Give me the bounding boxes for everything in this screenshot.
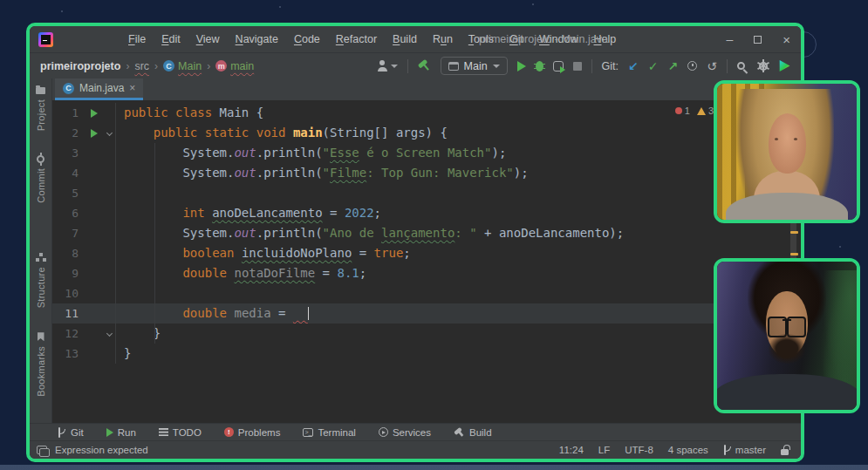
editor-column: Main.java 1public class Main {2 public s…	[52, 78, 801, 423]
inspections-widget[interactable]: 1 3	[675, 106, 714, 116]
code-line-4[interactable]: 4 System.out.println("Filme: Top Gun: Ma…	[52, 163, 801, 183]
code-line-3[interactable]: 3 System.out.println("Esse é o Screen Ma…	[52, 143, 801, 163]
menu-item-view[interactable]: View	[196, 33, 220, 45]
menu-item-build[interactable]: Build	[393, 33, 417, 45]
problems-icon	[224, 427, 234, 437]
code-line-13[interactable]: 13}	[52, 344, 801, 364]
method-icon	[215, 60, 227, 72]
menu-item-navigate[interactable]: Navigate	[236, 33, 278, 45]
run-button[interactable]	[517, 61, 526, 72]
git-commit-button[interactable]: ✓	[648, 60, 659, 72]
tool-window-build[interactable]: Build	[454, 426, 492, 438]
close-button[interactable]: ×	[783, 32, 790, 47]
menu-item-refactor[interactable]: Refactor	[336, 33, 377, 45]
error-icon	[675, 107, 682, 114]
code-area[interactable]: 1public class Main {2 public static void…	[52, 103, 801, 364]
tool-window-todo[interactable]: TODO	[159, 427, 202, 438]
tool-window-services[interactable]: Services	[379, 427, 431, 438]
status-message: Expression expected	[55, 445, 148, 455]
breadcrumb-main[interactable]: Main	[163, 60, 202, 72]
maximize-button[interactable]	[754, 36, 762, 44]
git-update-button[interactable]: ↙	[628, 60, 639, 72]
stripe-label: Structure	[36, 267, 46, 308]
run-configuration-select[interactable]: Main	[441, 57, 508, 75]
code-line-9[interactable]: 9 double notaDoFilme = 8.1;	[52, 263, 801, 283]
run-gutter-icon[interactable]	[91, 129, 98, 138]
minimize-button[interactable]: –	[726, 35, 733, 44]
code-token: public static void	[154, 126, 293, 140]
desktop-star	[279, 6, 281, 8]
class-icon	[63, 83, 74, 94]
profile-button[interactable]	[377, 60, 398, 72]
lock-icon[interactable]	[781, 449, 789, 455]
menu-item-code[interactable]: Code	[294, 33, 320, 45]
git-branch-widget[interactable]: master	[723, 445, 766, 455]
code-token	[124, 306, 182, 320]
stripe-item-project[interactable]: Project	[36, 87, 46, 131]
tab-main.java[interactable]: Main.java	[55, 78, 143, 100]
breadcrumb-src[interactable]: src	[134, 60, 149, 72]
taskbar[interactable]	[0, 465, 868, 470]
tool-window-terminal[interactable]: Terminal	[303, 427, 355, 438]
tool-window-label: Build	[469, 427, 492, 438]
chevron-down-icon	[391, 65, 398, 68]
line-separator[interactable]: LF	[598, 445, 610, 455]
breadcrumb-primeiroprojeto[interactable]: primeiroprojeto	[40, 60, 120, 72]
code-line-2[interactable]: 2 public static void main(String[] args)…	[52, 123, 801, 143]
code-token: anoDeLancamento	[212, 206, 322, 220]
tool-window-git[interactable]: Git	[58, 427, 84, 438]
debug-button[interactable]	[536, 61, 543, 72]
run-gutter-icon[interactable]	[91, 109, 98, 118]
code-line-10[interactable]: 10	[52, 283, 801, 303]
history-button[interactable]	[687, 61, 697, 71]
code-line-7[interactable]: 7 System.out.println("Ano de lançamento:…	[52, 223, 801, 243]
file-encoding[interactable]: UTF-8	[625, 445, 653, 455]
fold-icon[interactable]	[106, 130, 112, 136]
branch-icon	[58, 427, 66, 438]
code-line-5[interactable]: 5	[52, 183, 801, 203]
line-number: 3	[52, 143, 85, 163]
caret-position[interactable]: 11:24	[559, 445, 584, 455]
code-line-12[interactable]: 12 }	[52, 324, 801, 344]
stop-button[interactable]	[573, 62, 582, 71]
code-token: );	[491, 146, 506, 160]
rollback-button[interactable]: ↺	[707, 60, 717, 72]
line-number: 8	[52, 243, 85, 263]
code-text: int anoDeLancamento = 2022;	[115, 203, 801, 223]
code-token: ;	[403, 246, 410, 260]
menu-item-edit[interactable]: Edit	[161, 33, 181, 45]
title-bar[interactable]: FileEditViewNavigateCodeRefactorBuildRun…	[30, 26, 801, 52]
plugin-icon[interactable]	[778, 60, 790, 72]
menu-item-run[interactable]: Run	[433, 33, 453, 45]
menu-item-file[interactable]: File	[128, 33, 146, 45]
indent-style[interactable]: 4 spaces	[668, 445, 708, 455]
tool-window-label: TODO	[173, 427, 202, 438]
stripe-item-bookmarks[interactable]: Bookmarks	[36, 332, 46, 397]
build-icon	[452, 425, 466, 439]
fold-icon[interactable]	[106, 330, 112, 337]
tool-window-run[interactable]: Run	[106, 427, 136, 438]
code-token: out	[234, 226, 256, 240]
breadcrumb-main[interactable]: main	[215, 60, 254, 72]
settings-button[interactable]	[757, 60, 769, 72]
line-number: 1	[52, 103, 85, 123]
search-everywhere-button[interactable]	[737, 62, 745, 70]
code-line-11[interactable]: 11 double media =	[52, 303, 801, 324]
close-tab-icon[interactable]	[129, 83, 135, 93]
stripe-item-commit[interactable]: Commit	[36, 155, 46, 203]
code-editor[interactable]: 1public class Main {2 public static void…	[52, 100, 801, 423]
fold-gutter	[103, 163, 115, 183]
chevron-down-icon	[493, 65, 500, 68]
code-line-8[interactable]: 8 boolean incluidoNoPlano = true;	[52, 243, 801, 263]
git-push-button[interactable]: ↗	[668, 60, 679, 72]
stripe-item-structure[interactable]: Structure	[36, 253, 46, 308]
tool-window-problems[interactable]: Problems	[224, 427, 281, 438]
warning-stripe-mark[interactable]	[790, 231, 798, 234]
run-with-coverage-button[interactable]	[553, 61, 564, 72]
warning-stripe-mark[interactable]	[790, 253, 798, 255]
status-widget-icon[interactable]	[37, 446, 47, 454]
terminal-icon	[303, 428, 313, 437]
code-line-6[interactable]: 6 int anoDeLancamento = 2022;	[52, 203, 801, 223]
fold-gutter	[103, 344, 115, 364]
build-project-button[interactable]	[414, 57, 433, 75]
